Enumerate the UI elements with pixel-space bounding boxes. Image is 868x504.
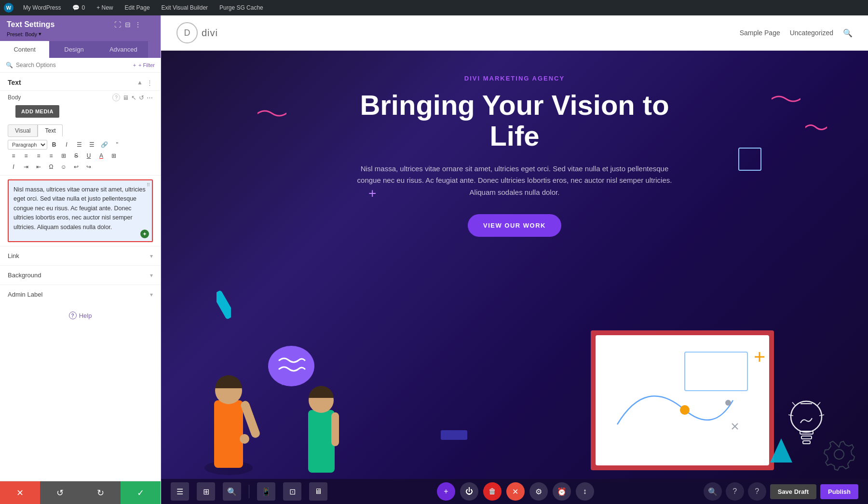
search-icon: 🔍 bbox=[6, 62, 13, 68]
align-left-btn[interactable]: ≡ bbox=[8, 151, 19, 161]
filter-button[interactable]: + + Filter bbox=[133, 62, 155, 68]
main-layout: Text Settings ⛶ ⊟ ⋮ Preset: Body ▾ Conte… bbox=[0, 15, 868, 504]
align-right-btn[interactable]: ≡ bbox=[33, 151, 44, 161]
undo-edit-btn[interactable]: ↩ bbox=[70, 162, 82, 172]
ai-assist-btn[interactable] bbox=[140, 230, 149, 238]
panel-icon-columns[interactable]: ⊟ bbox=[125, 21, 131, 28]
background-label: Background bbox=[8, 272, 41, 279]
panel-icon-fullscreen[interactable]: ⛶ bbox=[114, 21, 121, 28]
cursor-icon[interactable]: ↖ bbox=[131, 94, 136, 101]
toolbar-desktop-btn[interactable]: 🖥 bbox=[309, 482, 327, 501]
ol-btn[interactable]: ☰ bbox=[86, 140, 97, 150]
tab-design[interactable]: Design bbox=[49, 41, 98, 58]
toolbar-layout-btn[interactable]: ⊞ bbox=[197, 482, 215, 501]
tab-content[interactable]: Content bbox=[0, 41, 49, 58]
deco-bar-blue bbox=[217, 290, 231, 321]
svg-point-27 bbox=[834, 450, 844, 459]
toolbar-x-btn[interactable]: ✕ bbox=[506, 482, 525, 501]
hero-cta-button[interactable]: VIEW OUR WORK bbox=[468, 214, 561, 237]
color-btn[interactable]: A bbox=[95, 151, 107, 161]
indent-btn[interactable]: ⇥ bbox=[20, 162, 32, 172]
redo-edit-btn[interactable]: ↪ bbox=[83, 162, 95, 172]
align-center-btn[interactable]: ≡ bbox=[20, 151, 32, 161]
underline-btn[interactable]: U bbox=[83, 151, 95, 161]
toolbar-zoom-btn[interactable]: 🔍 bbox=[704, 482, 722, 501]
panel-preset[interactable]: Preset: Body ▾ bbox=[7, 31, 141, 37]
ul-btn[interactable]: ☰ bbox=[73, 140, 85, 150]
paragraph-select[interactable]: Paragraph bbox=[8, 140, 47, 150]
svg-line-25 bbox=[792, 402, 796, 406]
illustration-gear bbox=[820, 435, 858, 475]
confirm-button[interactable]: ✓ bbox=[121, 481, 161, 504]
strikethrough-btn[interactable]: S bbox=[70, 151, 82, 161]
toolbar-settings-btn[interactable]: ⚙ bbox=[529, 482, 548, 501]
justify-btn[interactable]: ≡ bbox=[45, 151, 57, 161]
save-draft-button[interactable]: Save Draft bbox=[770, 484, 816, 499]
reset-icon[interactable]: ↺ bbox=[139, 94, 144, 101]
publish-button[interactable]: Publish bbox=[820, 484, 858, 499]
editor-content[interactable]: Nisl massa, ultrices vitae ornare sit am… bbox=[14, 185, 147, 232]
toolbar-save-icon-btn[interactable]: ↕ bbox=[576, 482, 594, 501]
toolbar-history-btn[interactable]: ⏰ bbox=[553, 482, 571, 501]
nav-uncategorized[interactable]: Uncategorized bbox=[790, 29, 833, 37]
svg-point-4 bbox=[240, 434, 249, 444]
toolbar-power-btn[interactable]: ⏻ bbox=[460, 482, 478, 501]
admin-label-section[interactable]: Admin Label ▾ bbox=[0, 285, 161, 304]
toolbar-menu-btn[interactable]: ☰ bbox=[171, 482, 189, 501]
toolbar-trash-btn[interactable]: 🗑 bbox=[483, 482, 502, 501]
svg-rect-21 bbox=[803, 441, 810, 444]
section-options-btn[interactable]: ⋮ bbox=[147, 79, 153, 86]
section-collapse-btn[interactable]: ▲ bbox=[137, 79, 143, 86]
tab-advanced[interactable]: Advanced bbox=[99, 41, 148, 58]
filter-label: + Filter bbox=[138, 62, 155, 68]
cancel-button[interactable]: ✕ bbox=[0, 481, 40, 504]
svg-rect-30 bbox=[217, 290, 231, 319]
site-name[interactable]: My WordPress bbox=[21, 4, 63, 11]
help-tooltip-icon[interactable]: ? bbox=[112, 94, 120, 101]
text-tab[interactable]: Text bbox=[38, 124, 63, 137]
add-media-button[interactable]: ADD MEDIA bbox=[15, 105, 59, 118]
toolbar-tablet-btn[interactable]: ⊡ bbox=[283, 482, 301, 501]
comment-link[interactable]: 💬 0 bbox=[70, 4, 87, 11]
site-search-icon[interactable]: 🔍 bbox=[843, 28, 853, 38]
redo-button[interactable]: ↻ bbox=[81, 481, 121, 504]
new-link[interactable]: + New bbox=[95, 4, 115, 11]
toolbar-help-btn[interactable]: ? bbox=[748, 482, 766, 501]
special-chars-btn[interactable]: Ω bbox=[45, 162, 57, 172]
nav-sample-page[interactable]: Sample Page bbox=[740, 29, 780, 37]
wp-logo[interactable]: W bbox=[4, 3, 14, 13]
editor-toolbar: Paragraph B I ☰ ☰ 🔗 " ≡ ≡ ≡ ≡ ⊞ S U bbox=[0, 139, 161, 176]
panel-tabs: Content Design Advanced bbox=[0, 41, 148, 58]
help-row[interactable]: ? Help bbox=[0, 304, 161, 327]
quote-btn[interactable]: " bbox=[111, 140, 123, 150]
device-icon[interactable]: 🖥 bbox=[122, 94, 129, 101]
expand-btn[interactable]: ⊞ bbox=[58, 151, 69, 161]
hero-title: Bringing Your Vision to Life bbox=[346, 90, 683, 151]
italic-btn[interactable]: I bbox=[61, 140, 72, 150]
exit-visual-builder-link[interactable]: Exit Visual Builder bbox=[160, 4, 210, 11]
more-btn[interactable]: ⊞ bbox=[108, 151, 120, 161]
search-input[interactable] bbox=[16, 62, 130, 68]
link-section[interactable]: Link ▾ bbox=[0, 246, 161, 265]
edit-page-link[interactable]: Edit Page bbox=[123, 4, 152, 11]
purge-cache-link[interactable]: Purge SG Cache bbox=[217, 4, 265, 11]
italic2-btn[interactable]: I bbox=[8, 162, 19, 172]
text-editor-area[interactable]: ⠿ Nisl massa, ultrices vitae ornare sit … bbox=[8, 179, 153, 242]
toolbar-add-btn[interactable]: + bbox=[437, 482, 455, 501]
link-btn[interactable]: 🔗 bbox=[98, 140, 110, 150]
background-section[interactable]: Background ▾ bbox=[0, 265, 161, 285]
toolbar-responsive-btn[interactable]: ? bbox=[726, 482, 744, 501]
illustration-lightbulb bbox=[788, 396, 825, 461]
outdent-btn[interactable]: ⇤ bbox=[33, 162, 44, 172]
admin-label-arrow: ▾ bbox=[150, 291, 153, 298]
svg-line-26 bbox=[817, 402, 820, 406]
undo-button[interactable]: ↺ bbox=[40, 481, 80, 504]
toolbar-search-btn[interactable]: 🔍 bbox=[223, 482, 241, 501]
toolbar-mobile-btn[interactable]: 📱 bbox=[257, 482, 275, 501]
emoji-btn[interactable]: ☺ bbox=[58, 162, 69, 172]
panel-icon-menu[interactable]: ⋮ bbox=[135, 21, 141, 28]
more-options-icon[interactable]: ⋯ bbox=[147, 94, 153, 101]
body-row: Body ? 🖥 ↖ ↺ ⋯ bbox=[0, 91, 161, 103]
bold-btn[interactable]: B bbox=[48, 140, 60, 150]
visual-tab[interactable]: Visual bbox=[8, 124, 38, 137]
